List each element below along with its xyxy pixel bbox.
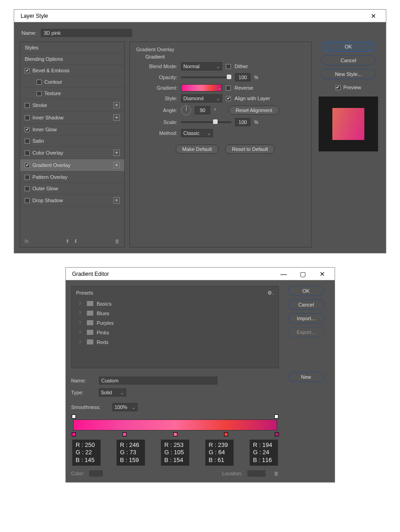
ok-button[interactable]: OK bbox=[288, 286, 325, 296]
color-label: Color: bbox=[71, 471, 85, 476]
checkbox[interactable] bbox=[25, 127, 30, 132]
styles-header[interactable]: Styles bbox=[20, 42, 124, 54]
gradient-editor-dialog: Gradient Editor — ▢ ✕ Presets ⚙. 〉Basics… bbox=[65, 267, 335, 483]
style-item-label: Gradient Overlay bbox=[32, 162, 70, 168]
opacity-stop[interactable] bbox=[274, 414, 278, 419]
panel-title: Gradient Overlay bbox=[136, 47, 305, 52]
cancel-button[interactable]: Cancel bbox=[288, 300, 325, 310]
gradient-bar[interactable] bbox=[73, 419, 277, 430]
checkbox[interactable] bbox=[25, 139, 30, 144]
opacity-stop[interactable] bbox=[72, 414, 76, 419]
color-swatch[interactable] bbox=[89, 470, 103, 477]
method-select[interactable]: Classic bbox=[181, 129, 213, 137]
gear-icon[interactable]: ⚙. bbox=[267, 290, 273, 296]
blending-options[interactable]: Blending Options bbox=[20, 54, 124, 65]
type-select[interactable]: Solid bbox=[99, 388, 126, 397]
gradient-style-select[interactable]: Diamond bbox=[181, 94, 222, 102]
checkbox[interactable] bbox=[25, 175, 30, 180]
scale-slider[interactable] bbox=[181, 121, 231, 123]
new-button[interactable]: New bbox=[288, 372, 325, 382]
folder-icon bbox=[87, 320, 93, 325]
style-item-label: Contour bbox=[44, 79, 62, 85]
checkbox[interactable] bbox=[25, 103, 30, 108]
folder-icon bbox=[87, 330, 93, 335]
checkbox[interactable] bbox=[25, 186, 30, 191]
add-icon[interactable]: + bbox=[113, 162, 120, 168]
gradient-swatch[interactable] bbox=[181, 84, 222, 91]
preview-label: Preview bbox=[343, 85, 361, 90]
location-input[interactable] bbox=[247, 470, 266, 477]
folder-icon bbox=[87, 311, 93, 316]
gradient-name-input[interactable] bbox=[99, 376, 218, 385]
preset-folder-basics[interactable]: 〉Basics bbox=[75, 299, 276, 308]
checkbox[interactable] bbox=[25, 163, 30, 168]
add-icon[interactable]: + bbox=[113, 114, 120, 121]
preview-checkbox[interactable] bbox=[336, 85, 341, 90]
arrow-up-icon[interactable]: ⬆ bbox=[65, 238, 69, 244]
reset-default-button[interactable]: Reset to Default bbox=[225, 145, 275, 154]
make-default-button[interactable]: Make Default bbox=[176, 145, 219, 154]
reverse-checkbox[interactable] bbox=[226, 86, 231, 91]
fx-icon[interactable]: fx bbox=[25, 238, 29, 244]
style-item-stroke[interactable]: Stroke+ bbox=[20, 99, 124, 112]
layer-style-dialog: Layer Style ✕ Name: Styles Blending Opti… bbox=[14, 9, 386, 253]
color-stop[interactable] bbox=[123, 432, 127, 436]
style-item-gradient-overlay[interactable]: Gradient Overlay+ bbox=[20, 159, 124, 172]
style-item-drop-shadow[interactable]: Drop Shadow+ bbox=[20, 194, 124, 207]
minimize-icon[interactable]: — bbox=[275, 269, 293, 279]
arrow-down-icon[interactable]: ⬇ bbox=[74, 238, 78, 244]
color-stop[interactable] bbox=[72, 432, 76, 436]
opacity-input[interactable] bbox=[235, 73, 251, 81]
add-icon[interactable]: + bbox=[113, 150, 120, 156]
cancel-button[interactable]: Cancel bbox=[321, 55, 376, 65]
dither-label: Dither bbox=[235, 64, 248, 69]
add-icon[interactable]: + bbox=[113, 197, 120, 204]
opacity-slider[interactable] bbox=[181, 76, 231, 78]
style-item-inner-shadow[interactable]: Inner Shadow+ bbox=[20, 112, 124, 124]
style-item-color-overlay[interactable]: Color Overlay+ bbox=[20, 147, 124, 159]
close-icon[interactable]: ✕ bbox=[314, 269, 331, 279]
align-checkbox[interactable] bbox=[226, 96, 231, 101]
close-icon[interactable]: ✕ bbox=[365, 11, 382, 21]
trash-icon[interactable]: 🗑 bbox=[115, 238, 120, 244]
checkbox[interactable] bbox=[25, 68, 30, 73]
method-label: Method: bbox=[145, 130, 177, 136]
color-stop[interactable] bbox=[173, 432, 177, 436]
style-item-satin[interactable]: Satin bbox=[20, 135, 124, 147]
blend-mode-select[interactable]: Normal bbox=[181, 62, 222, 70]
style-item-pattern-overlay[interactable]: Pattern Overlay bbox=[20, 172, 124, 183]
checkbox[interactable] bbox=[25, 150, 30, 156]
angle-dial[interactable] bbox=[181, 105, 191, 115]
ok-button[interactable]: OK bbox=[321, 42, 376, 52]
style-name-input[interactable] bbox=[41, 29, 132, 37]
checkbox[interactable] bbox=[25, 115, 30, 120]
color-stop[interactable] bbox=[224, 432, 228, 436]
scale-label: Scale: bbox=[145, 119, 177, 125]
import-button[interactable]: Import... bbox=[288, 313, 325, 323]
preset-folder-blues[interactable]: 〉Blues bbox=[75, 308, 276, 318]
scale-input[interactable] bbox=[235, 118, 251, 126]
name-label: Name: bbox=[71, 378, 94, 383]
add-icon[interactable]: + bbox=[113, 102, 120, 108]
style-item-outer-glow[interactable]: Outer Glow bbox=[20, 183, 124, 194]
preset-folder-pinks[interactable]: 〉Pinks bbox=[75, 328, 276, 337]
style-item-bevel-emboss[interactable]: Bevel & Emboss bbox=[20, 65, 124, 76]
maximize-icon[interactable]: ▢ bbox=[294, 269, 312, 279]
smoothness-select[interactable]: 100% bbox=[112, 403, 138, 411]
trash-icon[interactable]: 🗑 bbox=[274, 471, 279, 476]
blend-mode-label: Blend Mode: bbox=[145, 64, 177, 69]
angle-input[interactable] bbox=[195, 106, 210, 114]
checkbox[interactable] bbox=[37, 91, 42, 96]
style-item-texture[interactable]: Texture bbox=[20, 88, 124, 99]
reset-alignment-button[interactable]: Reset Alignment bbox=[229, 106, 279, 115]
checkbox[interactable] bbox=[37, 80, 42, 85]
color-stop[interactable] bbox=[275, 432, 279, 436]
preset-folder-purples[interactable]: 〉Purples bbox=[75, 318, 276, 328]
smoothness-label: Smoothness: bbox=[71, 404, 108, 410]
new-style-button[interactable]: New Style... bbox=[321, 69, 376, 79]
style-item-inner-glow[interactable]: Inner Glow bbox=[20, 124, 124, 135]
preset-folder-reds[interactable]: 〉Reds bbox=[75, 337, 276, 347]
dither-checkbox[interactable] bbox=[226, 64, 231, 69]
style-item-contour[interactable]: Contour bbox=[20, 76, 124, 88]
checkbox[interactable] bbox=[25, 198, 30, 203]
